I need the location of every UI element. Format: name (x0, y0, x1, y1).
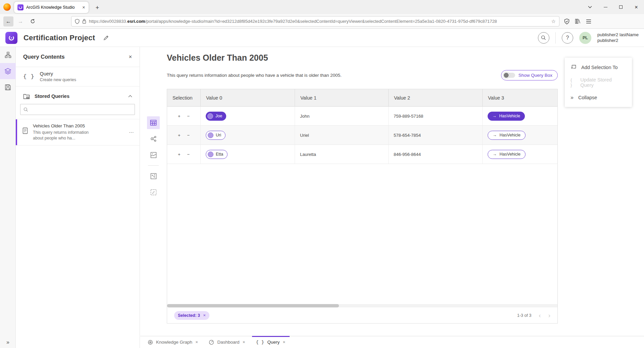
table-empty-area (167, 164, 557, 304)
forward-button[interactable]: → (15, 16, 26, 26)
shield-icon[interactable] (75, 19, 80, 24)
braces-icon (571, 77, 576, 88)
stored-queries-header[interactable]: Stored Queries (16, 86, 140, 103)
relationship-pill[interactable]: HasVehicle (488, 112, 525, 121)
braces-icon (256, 340, 264, 345)
arrow-right-icon (492, 114, 497, 118)
relationship-pill[interactable]: HasVehicle (488, 150, 526, 159)
page-title: Vehicles Older Than 2005 (167, 53, 558, 63)
app-header: Certification Project ? PL publisher2 la… (0, 29, 644, 47)
query-item-title: Query (40, 71, 76, 76)
back-button[interactable]: ← (3, 16, 13, 26)
folder-icon (23, 93, 30, 99)
relationship-pill[interactable]: HasVehicle (488, 131, 526, 140)
sidebar-item-save[interactable] (0, 79, 16, 95)
user-name: publisher2 lastName (597, 32, 639, 38)
remove-selection-icon[interactable] (187, 152, 190, 157)
entity-pill[interactable]: Uri (206, 131, 226, 140)
entity-pill[interactable]: Joe (206, 112, 226, 121)
table-row: Uri Uriel 578-654-7854 HasVehicle (167, 126, 557, 145)
menu-item-add-selection-to[interactable]: Add Selection To (565, 60, 632, 75)
next-page-icon[interactable] (548, 312, 550, 318)
new-tab-button[interactable] (93, 3, 102, 12)
table-footer: Selected: 3 1-3 of 3 (167, 307, 557, 323)
add-to-icon (571, 64, 577, 70)
expand-strip-button[interactable] (0, 339, 16, 345)
add-selection-icon[interactable] (178, 133, 181, 138)
collapse-icon (571, 95, 574, 101)
cell-value1: Uriel (295, 126, 389, 145)
sidebar-item-contents[interactable] (0, 63, 16, 79)
minimize-button[interactable] (598, 0, 613, 14)
user-avatar[interactable]: PL (579, 32, 591, 44)
pagination-label: 1-3 of 3 (517, 313, 531, 318)
close-tab-icon[interactable] (195, 340, 198, 344)
scrollbar-thumb[interactable] (167, 304, 339, 307)
list-tabs-icon[interactable] (582, 0, 598, 14)
selection-view-button[interactable] (147, 186, 160, 198)
results-table: Selection Value 0 Value 1 Value 2 Value … (167, 89, 558, 324)
close-tab-icon[interactable] (283, 340, 285, 344)
tab-dashboard[interactable]: Dashboard (203, 336, 250, 348)
stored-query-title: Vehicles Older Than 2005 (33, 123, 92, 128)
previous-page-icon[interactable] (539, 312, 541, 318)
url-text: https://dev0028833.esri.com/portal/apps/… (89, 19, 549, 24)
stored-queries-title: Stored Queries (35, 94, 69, 99)
show-query-box-toggle[interactable]: Show Query Box (501, 70, 558, 80)
stored-query-item[interactable]: Vehicles Older Than 2005 This query retu… (16, 119, 140, 146)
protections-shield-icon[interactable] (564, 18, 569, 24)
query-item-subtitle: Create new queries (40, 77, 76, 82)
cell-value2: 846-956-8644 (389, 145, 483, 164)
horizontal-scrollbar[interactable] (167, 304, 557, 307)
close-tab-icon[interactable] (243, 340, 245, 344)
toggle-knob (503, 72, 509, 78)
table-view-button[interactable] (147, 116, 160, 129)
remove-selection-icon[interactable] (187, 133, 190, 138)
url-bar[interactable]: https://dev0028833.esri.com/portal/apps/… (71, 16, 559, 26)
edit-title-pencil-icon[interactable] (103, 35, 109, 41)
search-button[interactable] (538, 32, 549, 44)
column-header-selection: Selection (167, 89, 201, 107)
column-header-value0: Value 0 (201, 89, 295, 107)
add-selection-icon[interactable] (178, 152, 181, 157)
library-icon[interactable] (575, 18, 581, 24)
item-options-icon[interactable] (129, 128, 134, 134)
firefox-icon[interactable] (3, 3, 11, 11)
search-input[interactable] (31, 107, 132, 112)
bookmark-star-icon[interactable]: ☆ (551, 18, 556, 24)
close-window-button[interactable] (629, 0, 644, 14)
query-viewer: Vehicles Older Than 2005 This query retu… (140, 47, 644, 348)
query-contents-panel: Query Contents Query Create new queries … (16, 47, 140, 348)
link-chart-view-button[interactable] (147, 132, 160, 145)
chevron-up-icon[interactable] (128, 95, 132, 98)
map-overlay-view-button[interactable] (147, 170, 160, 182)
tab-query[interactable]: Query (251, 336, 291, 348)
cell-value2: 578-654-7854 (389, 126, 483, 145)
user-info[interactable]: publisher2 lastName publisher2 (597, 32, 639, 44)
maximize-button[interactable] (613, 0, 629, 14)
add-selection-icon[interactable] (178, 114, 181, 119)
browser-tab[interactable]: ArcGIS Knowledge Studio (14, 2, 89, 13)
selection-context-menu: Add Selection To Update Stored Query Col… (565, 58, 632, 107)
reload-button[interactable] (28, 16, 38, 26)
remove-selection-icon[interactable] (187, 114, 190, 119)
tab-knowledge-graph[interactable]: Knowledge Graph (142, 336, 203, 348)
dashboard-icon (209, 340, 214, 345)
toggle-track (504, 73, 515, 78)
stored-queries-search[interactable] (20, 104, 135, 115)
query-item[interactable]: Query Create new queries (16, 67, 140, 86)
menu-item-collapse[interactable]: Collapse (565, 90, 632, 105)
entity-pill[interactable]: Etta (206, 150, 228, 159)
panel-close-icon[interactable] (129, 54, 132, 59)
menu-item-update-stored-query: Update Stored Query (565, 75, 632, 90)
sidebar-item-data-model[interactable] (0, 47, 16, 63)
search-icon (23, 107, 28, 112)
map-view-button[interactable] (147, 149, 160, 161)
lock-icon (82, 19, 86, 24)
clear-selection-icon[interactable] (203, 313, 206, 317)
entity-avatar-icon (208, 152, 213, 157)
menu-hamburger-icon[interactable] (586, 19, 591, 24)
help-button[interactable]: ? (562, 32, 573, 44)
tab-close-icon[interactable] (82, 5, 85, 10)
selected-count-chip[interactable]: Selected: 3 (174, 311, 209, 320)
